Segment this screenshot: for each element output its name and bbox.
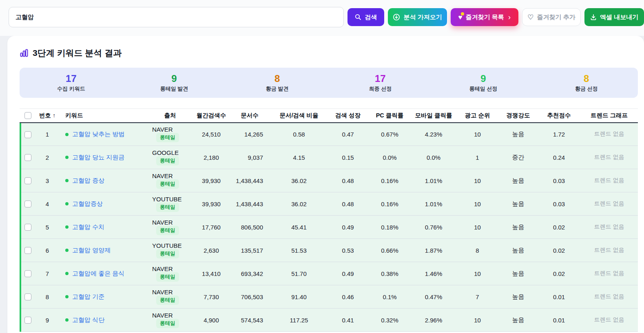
monthly-search-volume: 2,630 (194, 239, 229, 262)
table-row[interactable]: 2 고혈압 당뇨 지원금 GOOGLE롱테일 2,180 9,037 4.15 … (20, 146, 638, 169)
ad-rank: 1 (456, 146, 499, 169)
pc-click-rate: 0.16% (368, 169, 411, 192)
monthly-search-volume: 2,180 (194, 146, 229, 169)
top-toolbar: 검색 분석 가져오기 ♥ 즐겨찾기 목록 › ♡ 즐겨찾기 추가 엑셀 내보내기 (0, 0, 644, 36)
stats-bar: 17 수집 키워드 9 롱테일 발견 8 황금 발견 17 최종 선정 9 롱테… (20, 68, 638, 98)
competition-level: 높음 (499, 262, 538, 285)
table-row[interactable]: 6 고혈압 영양제 YOUTUBE롱테일 2,630 135,517 51.53… (20, 239, 638, 262)
competition-level: 높음 (499, 285, 538, 309)
monthly-search-volume: 4,900 (194, 309, 229, 332)
doc-search-ratio: 45.41 (270, 216, 328, 239)
search-growth: 0.49 (328, 262, 368, 285)
ad-rank: 10 (456, 192, 499, 216)
keyword-status-dot (65, 318, 69, 322)
row-checkbox[interactable] (24, 317, 31, 324)
row-checkbox[interactable] (24, 201, 31, 207)
monthly-search-volume: 24,510 (194, 123, 229, 146)
competition-level: 높음 (499, 216, 538, 239)
longtail-badge: 롱테일 (156, 133, 179, 142)
row-checkbox[interactable] (24, 270, 31, 277)
row-checkbox[interactable] (24, 154, 31, 161)
table-row[interactable]: 7 고혈압에 좋은 음식 NAVER롱테일 13,410 693,342 51.… (20, 262, 638, 285)
recommendation-score: 0.03 (538, 192, 580, 216)
ad-rank: 10 (456, 169, 499, 192)
mobile-click-rate: 0.47% (411, 285, 456, 309)
source-label: NAVER (152, 172, 173, 179)
mobile-click-rate: 4.23% (411, 123, 456, 146)
row-number: 4 (36, 192, 59, 216)
panel-title: 3단계 키워드 분석 결과 (20, 47, 638, 59)
document-count: 706,503 (229, 285, 270, 309)
favorites-add-button[interactable]: ♡ 즐겨찾기 추가 (522, 8, 581, 26)
row-checkbox[interactable] (24, 177, 31, 184)
table-header-row: 번호 ↑키워드출처월간검색수문서수문서/검색 비율검색 성장PC 클릭률모바일 … (20, 109, 638, 123)
keyword-status-dot (65, 249, 69, 252)
pc-click-rate: 0.38% (368, 262, 411, 285)
column-header-1[interactable]: 번호 ↑ (36, 109, 59, 123)
table-row[interactable]: 8 고혈압 기준 NAVER롱테일 7,730 706,503 91.40 0.… (20, 285, 638, 309)
recommendation-score: 1.72 (538, 123, 580, 146)
source-label: YOUTUBE (152, 196, 182, 203)
doc-search-ratio: 36.02 (270, 192, 328, 216)
bar-chart-icon (20, 49, 29, 57)
recommendation-score: 0.01 (538, 309, 580, 332)
search-button[interactable]: 검색 (347, 8, 384, 26)
keyword-status-dot (65, 133, 69, 136)
stat-value: 8 (535, 73, 638, 84)
select-all-cell (20, 109, 36, 123)
ad-rank: 10 (456, 123, 499, 146)
competition-level: 높음 (499, 239, 538, 262)
row-checkbox[interactable] (24, 293, 31, 300)
stat-value: 17 (20, 73, 123, 84)
table-row[interactable]: 9 고혈압 식단 NAVER롱테일 4,900 574,543 117.25 0… (20, 309, 638, 332)
keyword-link[interactable]: 고혈압 증상 (72, 177, 104, 184)
row-checkbox[interactable] (24, 131, 31, 138)
stat-label: 수집 키워드 (20, 85, 123, 93)
search-box[interactable] (9, 7, 344, 27)
keyword-status-dot (65, 179, 69, 182)
row-checkbox[interactable] (24, 247, 31, 254)
keyword-link[interactable]: 고혈압 당뇨 지원금 (72, 154, 124, 161)
source-label: NAVER (152, 312, 173, 319)
ad-rank: 7 (456, 285, 499, 309)
stat-item: 9 롱테일 선정 (432, 73, 535, 93)
keyword-link[interactable]: 고혈압 식단 (72, 316, 104, 323)
recommendation-score: 0.02 (538, 239, 580, 262)
monthly-search-volume: 17,760 (194, 216, 229, 239)
row-checkbox[interactable] (24, 224, 31, 231)
keyword-link[interactable]: 고혈압 낮추는 방법 (72, 130, 124, 137)
table-row[interactable]: 4 고혈압증상 YOUTUBE롱테일 39,930 1,438,443 36.0… (20, 192, 638, 216)
table-row[interactable]: 5 고혈압 수치 NAVER롱테일 17,760 806,500 45.41 0… (20, 216, 638, 239)
import-analysis-button[interactable]: 분석 가져오기 (388, 8, 447, 26)
mobile-click-rate: 1.01% (411, 192, 456, 216)
select-all-checkbox[interactable] (24, 112, 31, 119)
import-icon (393, 13, 400, 21)
keyword-link[interactable]: 고혈압 기준 (72, 293, 104, 300)
competition-level: 높음 (499, 192, 538, 216)
keyword-link[interactable]: 고혈압 영양제 (72, 247, 111, 254)
table-row[interactable]: 3 고혈압 증상 NAVER롱테일 39,930 1,438,443 36.02… (20, 169, 638, 192)
trend-empty-label: 트렌드 없음 (580, 239, 638, 262)
pc-click-rate: 0.16% (368, 192, 411, 216)
longtail-badge: 롱테일 (156, 249, 179, 258)
document-count: 693,342 (229, 262, 270, 285)
chevron-right-icon: › (508, 13, 511, 22)
keyword-status-dot (65, 272, 69, 275)
mobile-click-rate: 0.0% (411, 146, 456, 169)
mobile-click-rate: 1.87% (411, 239, 456, 262)
keyword-link[interactable]: 고혈압에 좋은 음식 (72, 270, 124, 277)
excel-export-button[interactable]: 엑셀 내보내기 (584, 8, 644, 26)
doc-search-ratio: 0.58 (270, 123, 328, 146)
favorites-add-label: 즐겨찾기 추가 (537, 13, 575, 21)
document-count: 1,438,443 (229, 169, 270, 192)
stat-label: 황금 발견 (226, 85, 329, 93)
pc-click-rate: 0.0% (368, 146, 411, 169)
keyword-link[interactable]: 고혈압 수치 (72, 223, 104, 230)
doc-search-ratio: 117.25 (270, 309, 328, 332)
doc-search-ratio: 36.02 (270, 169, 328, 192)
row-number: 1 (36, 123, 59, 146)
table-row[interactable]: 1 고혈압 낮추는 방법 NAVER롱테일 24,510 14,265 0.58… (20, 123, 638, 146)
keyword-link[interactable]: 고혈압증상 (72, 200, 103, 207)
favorites-list-button[interactable]: ♥ 즐겨찾기 목록 › (451, 8, 518, 26)
search-input[interactable] (15, 14, 337, 21)
